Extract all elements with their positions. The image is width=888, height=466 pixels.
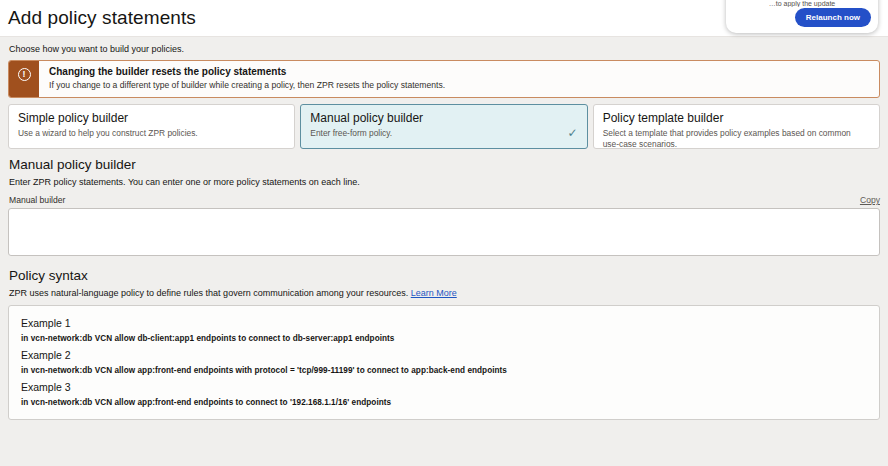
content-area: Choose how you want to build your polici… xyxy=(0,37,888,466)
card-manual-policy-builder[interactable]: Manual policy builder Enter free-form po… xyxy=(300,104,587,149)
card-title: Simple policy builder xyxy=(18,111,285,125)
card-policy-template-builder[interactable]: Policy template builder Select a templat… xyxy=(593,104,880,149)
manual-builder-description: Enter ZPR policy statements. You can ent… xyxy=(9,177,880,187)
warning-body: Changing the builder resets the policy s… xyxy=(39,61,455,97)
exclamation-circle-icon: ! xyxy=(18,68,31,81)
lead-text: Choose how you want to build your polici… xyxy=(9,44,880,54)
example-label: Example 3 xyxy=(21,381,867,393)
card-description: Select a template that provides policy e… xyxy=(603,128,870,149)
manual-builder-label: Manual builder xyxy=(9,195,65,205)
examples-panel: Example 1 in vcn-network:db VCN allow db… xyxy=(8,305,880,420)
warning-description: If you change to a different type of bui… xyxy=(49,80,445,90)
card-title: Policy template builder xyxy=(603,111,870,125)
example-label: Example 2 xyxy=(21,349,867,361)
example-statement: in vcn-network:db VCN allow db-client:ap… xyxy=(21,334,867,343)
policy-syntax-description-row: ZPR uses natural-language policy to defi… xyxy=(9,288,880,298)
warning-title: Changing the builder resets the policy s… xyxy=(49,66,445,77)
learn-more-link[interactable]: Learn More xyxy=(411,288,457,298)
copy-link[interactable]: Copy xyxy=(860,195,880,205)
example-label: Example 1 xyxy=(21,317,867,329)
relaunch-now-button[interactable]: Relaunch now xyxy=(795,8,871,27)
relaunch-toast: …to apply the update Relaunch now xyxy=(726,0,878,33)
warning-banner: ! Changing the builder resets the policy… xyxy=(8,60,880,98)
policy-syntax-heading: Policy syntax xyxy=(9,268,880,283)
toast-message: …to apply the update xyxy=(726,0,878,7)
example-statement: in vcn-network:db VCN allow app:front-en… xyxy=(21,366,867,375)
builder-cards: Simple policy builder Use a wizard to he… xyxy=(8,104,880,149)
manual-builder-heading: Manual policy builder xyxy=(9,157,880,172)
manual-builder-field-row: Manual builder Copy xyxy=(9,195,880,205)
example-statement: in vcn-network:db VCN allow app:front-en… xyxy=(21,398,867,407)
checkmark-icon: ✓ xyxy=(568,126,578,140)
policy-syntax-description: ZPR uses natural-language policy to defi… xyxy=(9,288,408,298)
card-description: Use a wizard to help you construct ZPR p… xyxy=(18,128,285,139)
warning-icon-strip: ! xyxy=(9,61,39,97)
card-simple-policy-builder[interactable]: Simple policy builder Use a wizard to he… xyxy=(8,104,295,149)
card-title: Manual policy builder xyxy=(310,111,577,125)
manual-builder-textarea[interactable] xyxy=(8,208,880,256)
card-description: Enter free-form policy. xyxy=(310,128,577,139)
